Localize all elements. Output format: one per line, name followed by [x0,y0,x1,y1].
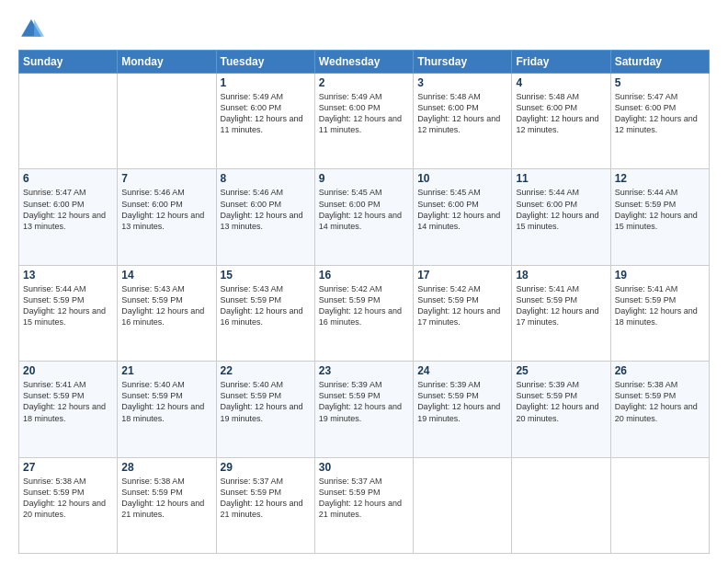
day-info: Sunrise: 5:43 AMSunset: 5:59 PMDaylight:… [221,283,311,328]
day-info: Sunrise: 5:49 AMSunset: 6:00 PMDaylight:… [319,91,409,136]
calendar-cell: 4Sunrise: 5:48 AMSunset: 6:00 PMDaylight… [512,74,610,169]
day-info: Sunrise: 5:40 AMSunset: 5:59 PMDaylight:… [121,379,211,424]
calendar-cell: 28Sunrise: 5:38 AMSunset: 5:59 PMDayligh… [118,457,216,553]
calendar-week-4: 27Sunrise: 5:38 AMSunset: 5:59 PMDayligh… [19,457,710,553]
day-number: 16 [319,269,409,282]
weekday-header-wednesday: Wednesday [314,51,413,74]
calendar-cell: 26Sunrise: 5:38 AMSunset: 5:59 PMDayligh… [610,362,709,457]
day-number: 2 [319,76,409,89]
day-number: 4 [516,76,606,89]
day-number: 5 [615,76,705,89]
day-number: 19 [615,269,705,282]
day-number: 20 [23,364,113,377]
day-number: 10 [417,172,507,185]
day-info: Sunrise: 5:48 AMSunset: 6:00 PMDaylight:… [516,91,606,136]
calendar-cell: 10Sunrise: 5:45 AMSunset: 6:00 PMDayligh… [414,169,512,265]
calendar-week-0: 1Sunrise: 5:49 AMSunset: 6:00 PMDaylight… [19,74,710,169]
calendar-cell: 18Sunrise: 5:41 AMSunset: 5:59 PMDayligh… [512,265,610,361]
day-number: 8 [221,172,311,185]
calendar-cell: 30Sunrise: 5:37 AMSunset: 5:59 PMDayligh… [314,457,413,553]
day-number: 29 [221,461,311,474]
day-info: Sunrise: 5:49 AMSunset: 6:00 PMDaylight:… [221,91,311,136]
calendar-cell: 11Sunrise: 5:44 AMSunset: 6:00 PMDayligh… [512,169,610,265]
calendar-cell: 1Sunrise: 5:49 AMSunset: 6:00 PMDaylight… [216,74,314,169]
header [18,17,710,42]
logo [18,17,48,42]
day-info: Sunrise: 5:38 AMSunset: 5:59 PMDaylight:… [121,476,211,521]
calendar-cell [118,74,216,169]
calendar-cell: 22Sunrise: 5:40 AMSunset: 5:59 PMDayligh… [216,362,314,457]
calendar-cell: 12Sunrise: 5:44 AMSunset: 5:59 PMDayligh… [610,169,709,265]
day-info: Sunrise: 5:39 AMSunset: 5:59 PMDaylight:… [417,379,507,424]
calendar-cell: 15Sunrise: 5:43 AMSunset: 5:59 PMDayligh… [216,265,314,361]
weekday-header-row: SundayMondayTuesdayWednesdayThursdayFrid… [19,51,710,74]
day-number: 24 [417,364,507,377]
day-number: 23 [319,364,409,377]
day-info: Sunrise: 5:44 AMSunset: 5:59 PMDaylight:… [23,283,113,328]
logo-icon [18,17,44,42]
calendar-cell: 8Sunrise: 5:46 AMSunset: 6:00 PMDaylight… [216,169,314,265]
day-info: Sunrise: 5:37 AMSunset: 5:59 PMDaylight:… [319,476,409,521]
day-number: 25 [516,364,606,377]
day-number: 3 [417,76,507,89]
weekday-header-monday: Monday [118,51,216,74]
day-info: Sunrise: 5:41 AMSunset: 5:59 PMDaylight:… [516,283,606,328]
calendar-cell: 21Sunrise: 5:40 AMSunset: 5:59 PMDayligh… [118,362,216,457]
weekday-header-saturday: Saturday [610,51,709,74]
calendar-week-2: 13Sunrise: 5:44 AMSunset: 5:59 PMDayligh… [19,265,710,361]
day-info: Sunrise: 5:41 AMSunset: 5:59 PMDaylight:… [615,283,705,328]
day-info: Sunrise: 5:47 AMSunset: 6:00 PMDaylight:… [615,91,705,136]
svg-marker-1 [34,19,44,37]
day-info: Sunrise: 5:46 AMSunset: 6:00 PMDaylight:… [121,187,211,232]
day-number: 12 [615,172,705,185]
calendar-cell: 29Sunrise: 5:37 AMSunset: 5:59 PMDayligh… [216,457,314,553]
day-number: 28 [121,461,211,474]
calendar-cell [610,457,709,553]
day-number: 26 [615,364,705,377]
calendar-cell: 27Sunrise: 5:38 AMSunset: 5:59 PMDayligh… [19,457,118,553]
day-info: Sunrise: 5:45 AMSunset: 6:00 PMDaylight:… [319,187,409,232]
calendar-cell: 9Sunrise: 5:45 AMSunset: 6:00 PMDaylight… [314,169,413,265]
calendar-cell: 2Sunrise: 5:49 AMSunset: 6:00 PMDaylight… [314,74,413,169]
day-info: Sunrise: 5:41 AMSunset: 5:59 PMDaylight:… [23,379,113,424]
day-number: 22 [221,364,311,377]
day-info: Sunrise: 5:43 AMSunset: 5:59 PMDaylight:… [121,283,211,328]
day-info: Sunrise: 5:42 AMSunset: 5:59 PMDaylight:… [417,283,507,328]
calendar-week-1: 6Sunrise: 5:47 AMSunset: 6:00 PMDaylight… [19,169,710,265]
day-number: 30 [319,461,409,474]
weekday-header-friday: Friday [512,51,610,74]
day-number: 11 [516,172,606,185]
day-info: Sunrise: 5:48 AMSunset: 6:00 PMDaylight:… [417,91,507,136]
day-info: Sunrise: 5:47 AMSunset: 6:00 PMDaylight:… [23,187,113,232]
calendar-cell: 25Sunrise: 5:39 AMSunset: 5:59 PMDayligh… [512,362,610,457]
calendar-table: SundayMondayTuesdayWednesdayThursdayFrid… [18,50,710,554]
day-number: 18 [516,269,606,282]
day-info: Sunrise: 5:39 AMSunset: 5:59 PMDaylight:… [319,379,409,424]
day-info: Sunrise: 5:44 AMSunset: 6:00 PMDaylight:… [516,187,606,232]
calendar-cell: 14Sunrise: 5:43 AMSunset: 5:59 PMDayligh… [118,265,216,361]
calendar-cell [19,74,118,169]
calendar-cell: 16Sunrise: 5:42 AMSunset: 5:59 PMDayligh… [314,265,413,361]
calendar-cell: 7Sunrise: 5:46 AMSunset: 6:00 PMDaylight… [118,169,216,265]
calendar-cell: 20Sunrise: 5:41 AMSunset: 5:59 PMDayligh… [19,362,118,457]
calendar-cell: 13Sunrise: 5:44 AMSunset: 5:59 PMDayligh… [19,265,118,361]
day-info: Sunrise: 5:38 AMSunset: 5:59 PMDaylight:… [615,379,705,424]
weekday-header-sunday: Sunday [19,51,118,74]
day-number: 15 [221,269,311,282]
calendar-cell: 23Sunrise: 5:39 AMSunset: 5:59 PMDayligh… [314,362,413,457]
day-info: Sunrise: 5:39 AMSunset: 5:59 PMDaylight:… [516,379,606,424]
day-number: 27 [23,461,113,474]
calendar-cell: 17Sunrise: 5:42 AMSunset: 5:59 PMDayligh… [414,265,512,361]
page: SundayMondayTuesdayWednesdayThursdayFrid… [0,0,728,563]
calendar-cell: 19Sunrise: 5:41 AMSunset: 5:59 PMDayligh… [610,265,709,361]
day-number: 14 [121,269,211,282]
calendar-cell [414,457,512,553]
day-info: Sunrise: 5:46 AMSunset: 6:00 PMDaylight:… [221,187,311,232]
calendar-cell: 3Sunrise: 5:48 AMSunset: 6:00 PMDaylight… [414,74,512,169]
weekday-header-tuesday: Tuesday [216,51,314,74]
calendar-cell [512,457,610,553]
day-number: 6 [23,172,113,185]
day-number: 21 [121,364,211,377]
day-number: 1 [221,76,311,89]
day-info: Sunrise: 5:45 AMSunset: 6:00 PMDaylight:… [417,187,507,232]
